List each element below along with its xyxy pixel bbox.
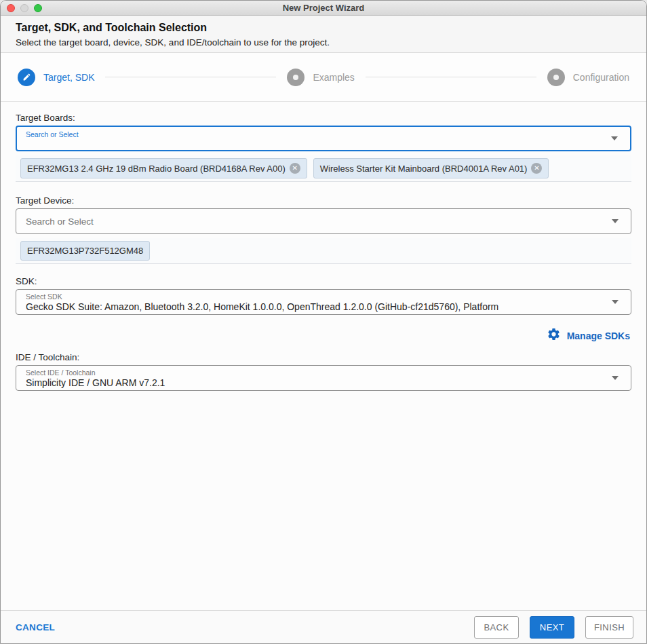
step-label: Examples [313,72,354,83]
target-device-combo[interactable]: Search or Select [16,208,631,234]
minimize-window-button [20,4,28,12]
step-label: Target, SDK [43,72,94,83]
back-button[interactable]: BACK [474,616,519,639]
window-title: New Project Wizard [283,3,365,13]
titlebar: New Project Wizard [1,1,646,16]
chevron-down-icon[interactable] [612,219,619,223]
ide-combo-field-label: Select IDE / Toolchain [26,368,96,377]
chip-label: Wireless Starter Kit Mainboard (BRD4001A… [320,164,528,174]
footer-actions: BACK NEXT FINISH [474,616,633,639]
chip-label: EFR32MG13 2.4 GHz 19 dBm Radio Board (BR… [27,164,286,174]
sdk-combo-value: Gecko SDK Suite: Amazon, Bluetooth 3.2.0… [26,301,600,312]
step-examples[interactable]: Examples [287,69,354,86]
chevron-down-icon[interactable] [611,136,618,140]
traffic-lights [7,1,42,15]
close-icon[interactable]: ✕ [290,163,300,174]
sdk-label: SDK: [16,276,631,286]
target-boards-chips: EFR32MG13 2.4 GHz 19 dBm Radio Board (BR… [16,155,631,182]
stepper-connector [105,77,276,77]
board-chip: Wireless Starter Kit Mainboard (BRD4001A… [313,158,549,178]
target-boards-combo-placeholder: Search or Select [26,130,79,138]
device-chip: EFR32MG13P732F512GM48 [20,241,150,261]
close-icon[interactable]: ✕ [531,163,542,174]
ide-combo-value: Simplicity IDE / GNU ARM v7.2.1 [26,377,600,388]
stepper-connector [366,77,536,77]
step-label: Configuration [573,72,629,83]
wizard-footer: CANCEL BACK NEXT FINISH [1,610,646,643]
new-project-wizard-window: New Project Wizard Target, SDK, and Tool… [0,0,647,644]
target-device-label: Target Device: [16,195,631,206]
wizard-header: Target, SDK, and Toolchain Selection Sel… [1,16,646,53]
next-button[interactable]: NEXT [530,616,574,639]
zoom-window-button[interactable] [34,4,42,12]
wizard-stepper: Target, SDK Examples Configuration [1,53,646,102]
dot-icon [287,69,305,86]
ide-toolchain-label: IDE / Toolchain: [16,352,631,362]
target-boards-label: Target Boards: [16,113,631,123]
close-window-button[interactable] [7,4,15,12]
target-boards-combo[interactable]: Search or Select [16,126,631,151]
manage-sdks-button[interactable]: Manage SDKs [16,327,630,344]
gear-icon [547,327,561,344]
target-device-chips: EFR32MG13P732F512GM48 [16,238,631,264]
sdk-combo-field-label: Select SDK [26,292,62,301]
sdk-combo[interactable]: Select SDK Gecko SDK Suite: Amazon, Blue… [16,289,631,315]
finish-button[interactable]: FINISH [585,616,633,639]
chevron-down-icon[interactable] [612,300,619,304]
dot-icon [547,69,565,86]
board-chip: EFR32MG13 2.4 GHz 19 dBm Radio Board (BR… [20,158,307,178]
manage-sdks-label: Manage SDKs [567,330,630,341]
chip-label: EFR32MG13P732F512GM48 [27,246,143,256]
wizard-content: Target Boards: Search or Select EFR32MG1… [1,102,646,610]
step-target-sdk[interactable]: Target, SDK [18,69,94,86]
page-subtitle: Select the target board, device, SDK, an… [16,37,631,48]
cancel-button[interactable]: CANCEL [16,622,55,632]
target-device-combo-placeholder: Search or Select [26,216,94,227]
pencil-icon [18,69,35,86]
step-configuration[interactable]: Configuration [547,69,629,86]
page-title: Target, SDK, and Toolchain Selection [16,22,631,34]
ide-toolchain-combo[interactable]: Select IDE / Toolchain Simplicity IDE / … [16,365,631,391]
chevron-down-icon[interactable] [612,376,619,380]
